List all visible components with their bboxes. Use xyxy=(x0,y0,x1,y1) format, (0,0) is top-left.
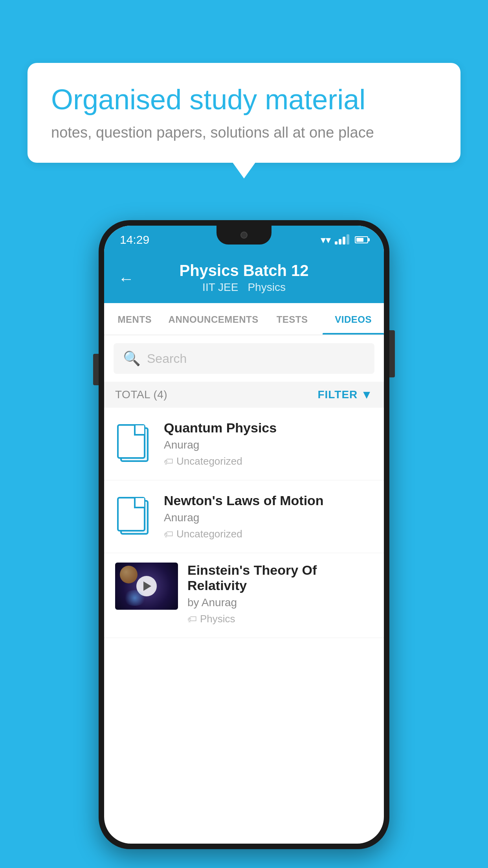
subtitle-iit: IIT JEE xyxy=(202,281,238,294)
tab-videos[interactable]: VIDEOS xyxy=(323,303,384,335)
video-info-3: Einstein's Theory Of Relativity by Anura… xyxy=(187,563,373,625)
list-item[interactable]: Einstein's Theory Of Relativity by Anura… xyxy=(104,553,384,638)
tab-ments[interactable]: MENTS xyxy=(104,303,165,335)
planet-graphic xyxy=(120,566,138,583)
back-button[interactable]: ← xyxy=(118,270,134,287)
tab-announcements[interactable]: ANNOUNCEMENTS xyxy=(165,303,262,335)
battery-icon xyxy=(355,236,368,243)
list-item[interactable]: Quantum Physics Anurag 🏷 Uncategorized xyxy=(104,408,384,480)
speech-bubble: Organised study material notes, question… xyxy=(28,63,460,163)
file-main xyxy=(117,424,145,459)
video-thumbnail xyxy=(115,563,178,610)
speech-bubble-title: Organised study material xyxy=(51,83,437,116)
camera xyxy=(240,232,248,239)
phone-outer: 14:29 ▾▾ xyxy=(99,220,389,849)
search-icon: 🔍 xyxy=(123,350,141,367)
total-label: TOTAL (4) xyxy=(115,388,167,401)
file-icon-wrap-2 xyxy=(115,497,154,536)
header-title: Physics Batch 12 xyxy=(120,262,368,280)
tag-icon: 🏷 xyxy=(164,456,173,467)
status-icons: ▾▾ xyxy=(321,234,368,246)
app-header: ← Physics Batch 12 IIT JEE Physics xyxy=(104,254,384,303)
video-author-2: Anurag xyxy=(164,511,373,524)
tab-tests[interactable]: TESTS xyxy=(262,303,323,335)
list-item[interactable]: Newton's Laws of Motion Anurag 🏷 Uncateg… xyxy=(104,480,384,553)
video-tag-2: 🏷 Uncategorized xyxy=(164,528,373,540)
tag-icon-3: 🏷 xyxy=(187,614,197,625)
file-main-2 xyxy=(117,497,145,531)
video-info-2: Newton's Laws of Motion Anurag 🏷 Uncateg… xyxy=(164,493,373,540)
phone-screen: 14:29 ▾▾ xyxy=(104,226,384,844)
glow-graphic xyxy=(123,590,147,606)
video-title-3: Einstein's Theory Of Relativity xyxy=(187,563,373,593)
filter-label: FILTER xyxy=(317,388,358,401)
tab-bar: MENTS ANNOUNCEMENTS TESTS VIDEOS xyxy=(104,303,384,335)
video-tag-3: 🏷 Physics xyxy=(187,613,373,625)
tag-label: Uncategorized xyxy=(176,455,242,467)
subtitle-physics: Physics xyxy=(248,281,285,294)
tag-icon-2: 🏷 xyxy=(164,529,173,540)
speech-bubble-subtitle: notes, question papers, solutions all at… xyxy=(51,124,437,141)
header-subtitle: IIT JEE Physics xyxy=(120,281,368,294)
search-container: 🔍 Search xyxy=(104,335,384,382)
filter-row: TOTAL (4) FILTER ▼ xyxy=(104,382,384,408)
video-tag: 🏷 Uncategorized xyxy=(164,455,373,467)
signal-icon xyxy=(335,235,349,245)
phone-mockup: 14:29 ▾▾ xyxy=(99,220,389,849)
wifi-icon: ▾▾ xyxy=(321,234,331,246)
video-author-3: by Anurag xyxy=(187,596,373,609)
video-title: Quantum Physics xyxy=(164,420,373,436)
search-placeholder: Search xyxy=(147,351,187,366)
notch xyxy=(216,226,272,245)
video-list: Quantum Physics Anurag 🏷 Uncategorized xyxy=(104,408,384,638)
file-icon-wrap xyxy=(115,424,154,463)
tag-label-3: Physics xyxy=(200,613,235,625)
tag-label-2: Uncategorized xyxy=(176,528,242,540)
filter-funnel-icon: ▼ xyxy=(361,388,373,401)
video-title-2: Newton's Laws of Motion xyxy=(164,493,373,508)
play-triangle xyxy=(143,581,151,591)
video-author: Anurag xyxy=(164,439,373,451)
search-bar[interactable]: 🔍 Search xyxy=(114,343,374,374)
status-time: 14:29 xyxy=(120,233,149,246)
video-info: Quantum Physics Anurag 🏷 Uncategorized xyxy=(164,420,373,467)
filter-button[interactable]: FILTER ▼ xyxy=(317,388,373,401)
status-bar: 14:29 ▾▾ xyxy=(104,226,384,254)
